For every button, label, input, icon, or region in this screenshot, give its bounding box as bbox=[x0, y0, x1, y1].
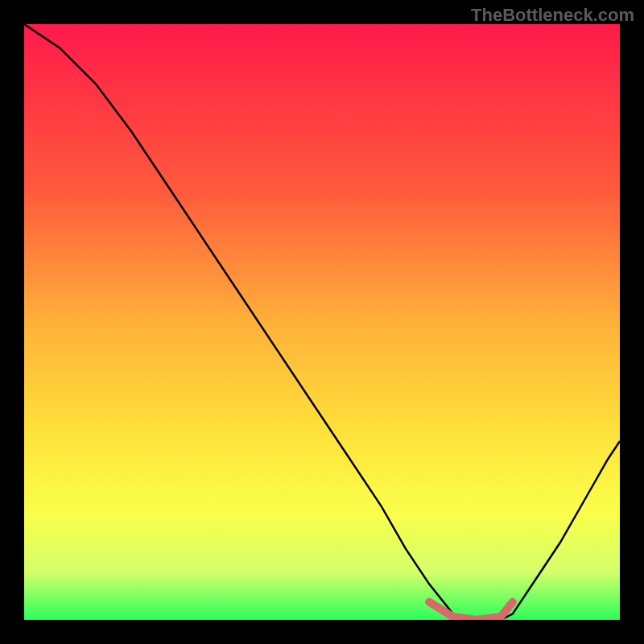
chart-container bbox=[24, 24, 620, 620]
chart-svg bbox=[24, 24, 620, 620]
watermark-text: TheBottleneck.com bbox=[471, 5, 634, 26]
chart-background bbox=[24, 24, 620, 620]
